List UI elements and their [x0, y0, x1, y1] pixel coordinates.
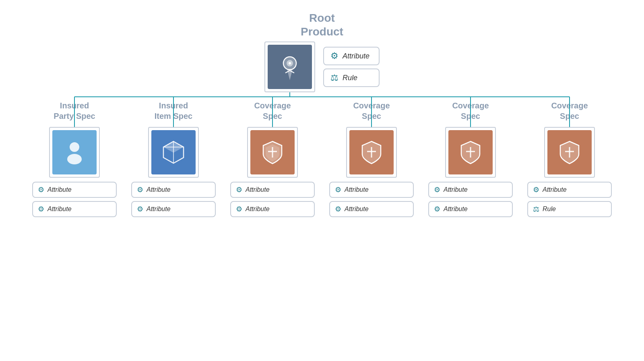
root-badges: ⚙ Attribute ⚖ Rule — [323, 47, 380, 87]
child-5-rule[interactable]: ⚖ Rule — [527, 201, 612, 217]
diagram-container: RootProduct ⚙ At — [20, 7, 624, 354]
svg-point-14 — [70, 142, 79, 152]
child-node-coverage-2: CoverageSpec ⚙ Attribute — [329, 100, 414, 217]
child-3-attr1-label: Attribute — [345, 186, 369, 193]
child-2-badges: ⚙ Attribute ⚙ Attribute — [230, 182, 315, 217]
child-label-4: CoverageSpec — [452, 100, 489, 123]
root-node-box[interactable] — [264, 41, 315, 92]
child-2-attribute-2[interactable]: ⚙ Attribute — [230, 201, 315, 217]
child-label-2: CoverageSpec — [254, 100, 291, 123]
box-icon — [151, 130, 196, 174]
child-4-box[interactable] — [445, 127, 496, 178]
root-icon — [268, 45, 312, 89]
root-title: RootProduct — [301, 11, 343, 38]
shield-icon-4 — [547, 130, 592, 174]
svg-point-15 — [67, 154, 82, 164]
child-0-badges: ⚙ Attribute ⚙ Attribute — [32, 182, 117, 217]
shield-icon-3 — [448, 130, 493, 174]
scale-icon: ⚖ — [533, 205, 539, 214]
child-4-attr2-label: Attribute — [444, 205, 468, 213]
gear-icon: ⚙ — [335, 205, 341, 214]
shield-icon-svg — [258, 138, 287, 166]
child-node-coverage-3: CoverageSpec ⚙ Attribute — [428, 100, 513, 217]
root-attribute-badge[interactable]: ⚙ Attribute — [323, 47, 380, 65]
child-3-attribute-2[interactable]: ⚙ Attribute — [329, 201, 414, 217]
child-label-3: CoverageSpec — [353, 100, 390, 123]
child-5-attribute-1[interactable]: ⚙ Attribute — [527, 182, 612, 198]
child-node-insured-item: InsuredItem Spec ⚙ Attribute — [131, 100, 216, 217]
child-3-badges: ⚙ Attribute ⚙ Attribute — [329, 182, 414, 217]
person-icon — [52, 130, 97, 174]
child-0-attr1-label: Attribute — [47, 186, 72, 193]
child-2-attr1-label: Attribute — [246, 186, 270, 193]
children-section: InsuredParty Spec ⚙ Attribute — [20, 100, 624, 217]
svg-marker-19 — [163, 141, 184, 153]
root-section: RootProduct ⚙ At — [264, 11, 380, 92]
child-1-attribute-2[interactable]: ⚙ Attribute — [131, 201, 216, 217]
child-2-box[interactable] — [247, 127, 298, 178]
child-3-box[interactable] — [346, 127, 397, 178]
child-1-badges: ⚙ Attribute ⚙ Attribute — [131, 182, 216, 217]
child-4-attribute-2[interactable]: ⚙ Attribute — [428, 201, 513, 217]
gear-icon: ⚙ — [137, 205, 143, 214]
child-4-badges: ⚙ Attribute ⚙ Attribute — [428, 182, 513, 217]
root-row: ⚙ Attribute ⚖ Rule — [264, 41, 380, 92]
root-rule-label: Rule — [343, 74, 357, 82]
child-0-attribute-2[interactable]: ⚙ Attribute — [32, 201, 117, 217]
child-4-attribute-1[interactable]: ⚙ Attribute — [428, 182, 513, 198]
child-0-attr2-label: Attribute — [47, 205, 72, 213]
box-icon-svg — [159, 138, 188, 166]
child-1-box[interactable] — [148, 127, 199, 178]
gear-icon: ⚙ — [38, 205, 44, 214]
child-node-coverage-4: CoverageSpec ⚙ Attribute — [527, 100, 612, 217]
child-4-attr1-label: Attribute — [444, 186, 468, 193]
child-label-1: InsuredItem Spec — [155, 100, 192, 123]
child-5-box[interactable] — [544, 127, 595, 178]
gear-icon: ⚙ — [137, 185, 143, 194]
shield-icon-svg-4 — [555, 138, 584, 166]
child-label-5: CoverageSpec — [551, 100, 588, 123]
gear-icon: ⚙ — [38, 185, 44, 194]
child-label-0: InsuredParty Spec — [54, 100, 95, 123]
scale-icon: ⚖ — [330, 73, 339, 83]
child-5-attr1-label: Attribute — [543, 186, 567, 193]
child-1-attr1-label: Attribute — [147, 186, 171, 193]
child-1-attr2-label: Attribute — [147, 205, 171, 213]
shield-icon-2 — [349, 130, 394, 174]
shield-icon-1 — [250, 130, 295, 174]
root-rule-badge[interactable]: ⚖ Rule — [323, 68, 380, 87]
svg-point-11 — [289, 62, 291, 64]
child-1-attribute-1[interactable]: ⚙ Attribute — [131, 182, 216, 198]
child-3-attribute-1[interactable]: ⚙ Attribute — [329, 182, 414, 198]
children-row: InsuredParty Spec ⚙ Attribute — [20, 100, 624, 217]
child-node-coverage-1: CoverageSpec ⚙ Attribute — [230, 100, 315, 217]
root-icon-svg — [276, 53, 304, 81]
gear-icon: ⚙ — [533, 185, 539, 194]
child-node-insured-party: InsuredParty Spec ⚙ Attribute — [32, 100, 117, 217]
child-2-attribute-1[interactable]: ⚙ Attribute — [230, 182, 315, 198]
gear-icon: ⚙ — [434, 205, 440, 214]
child-5-badges: ⚙ Attribute ⚖ Rule — [527, 182, 612, 217]
child-0-box[interactable] — [49, 127, 100, 178]
gear-icon: ⚙ — [335, 185, 341, 194]
gear-icon: ⚙ — [236, 185, 242, 194]
person-icon-svg — [60, 138, 89, 166]
gear-icon: ⚙ — [330, 51, 339, 61]
shield-icon-svg-3 — [456, 138, 485, 166]
child-2-attr2-label: Attribute — [246, 205, 270, 213]
gear-icon: ⚙ — [236, 205, 242, 214]
shield-icon-svg-2 — [357, 138, 386, 166]
gear-icon: ⚙ — [434, 185, 440, 194]
child-5-rule-label: Rule — [543, 205, 556, 213]
child-3-attr2-label: Attribute — [345, 205, 369, 213]
child-0-attribute-1[interactable]: ⚙ Attribute — [32, 182, 117, 198]
root-attribute-label: Attribute — [343, 52, 369, 60]
